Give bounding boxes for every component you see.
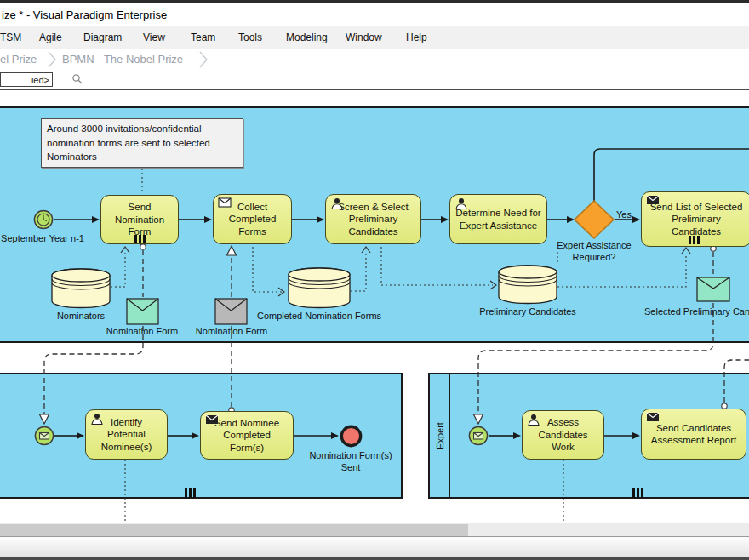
pool-expert-header[interactable]: Expert	[430, 374, 450, 497]
end-event[interactable]	[339, 424, 363, 452]
datastore-label: Preliminary Candidates	[479, 306, 576, 317]
chevron-right-icon	[47, 50, 57, 72]
multi-instance-icon	[632, 488, 643, 498]
message-label: Nomination Form	[106, 326, 178, 336]
horizontal-scrollbar[interactable]	[0, 523, 749, 536]
task-send-list-selected-preliminary-candidates[interactable]: Send List of Selected Preliminary Candid…	[641, 191, 749, 247]
breadcrumb-item-nobel-prize[interactable]: el Prize	[0, 53, 37, 66]
breadcrumb: el Prize BPMN - The Nobel Prize	[0, 49, 749, 71]
menu-tools[interactable]: Tools	[238, 31, 262, 43]
visual-paradigm-window: ize * - Visual Paradigm Enterprise TSM A…	[0, 0, 749, 560]
menu-agile[interactable]: Agile	[39, 31, 62, 43]
task-send-candidates-assessment-report[interactable]: Send Candidates Assessment Report	[641, 409, 746, 460]
message-start-event[interactable]	[34, 426, 54, 449]
scrollbar-thumb[interactable]	[0, 524, 468, 536]
datastore-label: Nominators	[57, 311, 105, 321]
status-bar	[0, 536, 749, 557]
chevron-right-icon	[198, 50, 209, 72]
task-determine-need-expert-assistance[interactable]: Determine Need for Expert Assistance	[449, 194, 547, 244]
breadcrumb-item-bpmn-nobel-prize[interactable]: BPMN - The Nobel Prize	[62, 53, 183, 66]
menu-window[interactable]: Window	[346, 31, 382, 43]
annotation-note[interactable]: Around 3000 invitations/confidential nom…	[41, 118, 243, 168]
end-event-label: Nomination Form(s) Sent	[304, 450, 397, 474]
user-icon	[330, 197, 344, 213]
message-start-event[interactable]	[468, 426, 489, 449]
menu-modeling[interactable]: Modeling	[286, 31, 328, 43]
gateway-label: Expert Assistance Required?	[547, 240, 641, 264]
datastore-preliminary-candidates[interactable]	[498, 265, 557, 308]
task-label: Determine Need for Expert Assistance	[455, 207, 541, 231]
diagram-toolbar: ied>	[0, 71, 749, 89]
user-icon	[90, 413, 104, 428]
task-assess-candidates-work[interactable]: Assess Candidates Work	[522, 410, 604, 460]
timer-start-event[interactable]	[33, 209, 54, 233]
multi-instance-icon	[689, 236, 700, 244]
task-identify-potential-nominees[interactable]: Identify Potential Nominee(s)	[85, 409, 168, 460]
message-selected-preliminary-candidates[interactable]	[696, 277, 730, 306]
multi-instance-icon	[185, 488, 196, 498]
message-label: Selected Preliminary Candidates	[644, 306, 749, 317]
user-icon	[455, 197, 468, 213]
magnifier-icon[interactable]	[71, 73, 83, 89]
multi-instance-icon	[134, 235, 146, 243]
diagram-canvas[interactable]: Expert	[0, 90, 749, 523]
timer-event-label: September Year n-1	[1, 233, 84, 243]
send-envelope-icon	[646, 412, 660, 425]
datastore-label: Completed Nomination Forms	[257, 311, 381, 321]
receive-envelope-icon	[218, 197, 232, 210]
task-collect-completed-forms[interactable]: Collect Completed Forms	[213, 194, 292, 244]
send-envelope-icon	[205, 414, 219, 427]
gateway-yes-label: Yes	[616, 209, 632, 220]
exclusive-gateway[interactable]	[574, 200, 615, 243]
task-send-nominee-completed-forms[interactable]: Send Nominee Completed Form(s)	[200, 411, 294, 460]
menu-help[interactable]: Help	[406, 31, 427, 43]
task-screen-select-preliminary-candidates[interactable]: Screen & Select Preliminary Candidates	[325, 194, 421, 244]
user-icon	[527, 414, 540, 429]
menu-diagram[interactable]: Diagram	[83, 31, 122, 43]
datastore-completed-nomination-forms[interactable]	[288, 267, 351, 312]
task-label: Send Nomination Form	[106, 201, 173, 237]
task-label: Send Candidates Assessment Report	[647, 422, 740, 447]
menu-itsm[interactable]: TSM	[0, 31, 21, 43]
message-label: Nomination Form	[196, 326, 267, 336]
window-title: ize * - Visual Paradigm Enterprise	[2, 9, 167, 21]
pool-expert-label: Expert	[435, 422, 445, 449]
task-label: Send List of Selected Preliminary Candid…	[647, 201, 746, 237]
menu-team[interactable]: Team	[191, 31, 215, 43]
title-bar: ize * - Visual Paradigm Enterprise	[0, 3, 749, 26]
menu-bar: TSM Agile Diagram View Team Tools Modeli…	[0, 26, 749, 49]
task-send-nomination-form[interactable]: Send Nomination Form	[100, 195, 179, 244]
datastore-nominators[interactable]	[51, 268, 111, 312]
send-envelope-icon	[646, 195, 660, 208]
message-nomination-form-gray[interactable]	[214, 298, 248, 329]
message-nomination-form-green[interactable]	[126, 298, 159, 329]
menu-view[interactable]: View	[143, 31, 165, 43]
zoom-level-combobox[interactable]: ied>	[0, 72, 53, 87]
